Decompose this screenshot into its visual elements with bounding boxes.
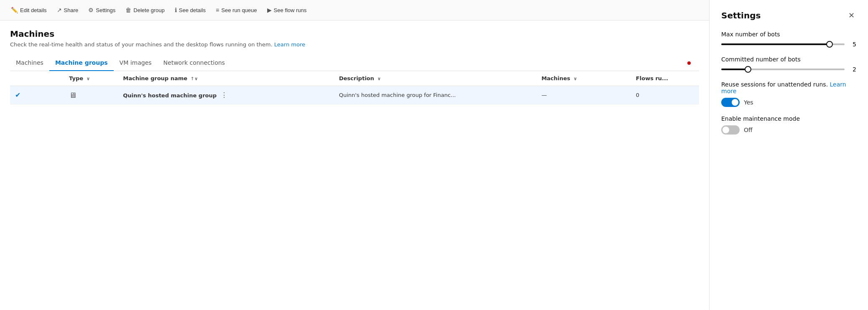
col-header-select — [10, 71, 64, 86]
max-bots-slider-row: 5 — [721, 41, 856, 48]
max-bots-value: 5 — [849, 41, 856, 48]
maintenance-label: Enable maintenance mode — [721, 115, 856, 122]
share-button[interactable]: ↗ Share — [53, 4, 83, 16]
reuse-toggle-track — [721, 98, 740, 107]
learn-more-link[interactable]: Learn more — [274, 41, 305, 48]
committed-bots-section: Committed number of bots 2 — [721, 56, 856, 73]
col-header-flows: Flows ru... — [631, 71, 699, 86]
max-bots-label: Max number of bots — [721, 31, 856, 38]
committed-bots-slider-row: 2 — [721, 66, 856, 73]
edit-details-button[interactable]: ✏️ Edit details — [7, 4, 51, 16]
row-name-cell: Quinn's hosted machine group ⋮ — [118, 86, 334, 104]
share-icon: ↗ — [57, 7, 62, 13]
tab-network-connections[interactable]: Network connections — [158, 55, 231, 71]
committed-bots-slider[interactable] — [721, 69, 845, 70]
maintenance-toggle-label: Off — [744, 127, 753, 133]
selected-check-icon: ✔ — [15, 91, 20, 99]
list-icon: ≡ — [216, 7, 219, 13]
table-header-row: Type ∨ Machine group name ↑∨ Description… — [10, 71, 699, 86]
type-sort-icon[interactable]: ∨ — [87, 76, 90, 81]
settings-close-button[interactable]: ✕ — [847, 10, 856, 21]
settings-panel: Settings ✕ Max number of bots 5 Committe… — [709, 0, 868, 310]
maintenance-toggle-track — [721, 125, 740, 135]
machine-groups-table: Type ∨ Machine group name ↑∨ Description… — [10, 71, 699, 104]
delete-group-button[interactable]: 🗑 Delete group — [121, 4, 168, 16]
edit-icon: ✏️ — [11, 7, 18, 13]
machine-group-icon: 🖥 — [69, 91, 77, 99]
tab-machine-groups[interactable]: Machine groups — [49, 55, 114, 71]
maintenance-toggle-row: Off — [721, 125, 856, 135]
tab-vm-images[interactable]: VM images — [114, 55, 158, 71]
info-icon: ℹ — [175, 7, 177, 13]
settings-panel-title: Settings — [721, 10, 761, 20]
row-type-cell: 🖥 — [64, 86, 118, 104]
maintenance-toggle-thumb — [722, 127, 729, 133]
reuse-sessions-text: Reuse sessions for unattended runs. Lear… — [721, 81, 856, 94]
col-header-description: Description ∨ — [334, 71, 536, 86]
tabs-row: Machines Machine groups VM images Networ… — [10, 55, 699, 71]
reuse-sessions-section: Reuse sessions for unattended runs. Lear… — [721, 81, 856, 107]
committed-bots-value: 2 — [849, 66, 856, 73]
toolbar: ✏️ Edit details ↗ Share ⚙ Settings 🗑 Del… — [0, 0, 709, 20]
committed-bots-label: Committed number of bots — [721, 56, 856, 63]
name-sort-icon[interactable]: ↑∨ — [191, 76, 198, 81]
row-select-cell: ✔ — [10, 86, 64, 104]
flow-runs-button[interactable]: ▶ See flow runs — [263, 4, 311, 16]
row-machines-cell: — — [536, 86, 631, 104]
row-flows-cell: 0 — [631, 86, 699, 104]
notification-dot — [687, 61, 691, 65]
settings-header: Settings ✕ — [721, 10, 856, 21]
tab-machines[interactable]: Machines — [10, 55, 49, 71]
settings-button[interactable]: ⚙ Settings — [84, 4, 120, 16]
page-subtitle: Check the real-time health and status of… — [10, 41, 699, 48]
run-queue-button[interactable]: ≡ See run queue — [212, 4, 261, 16]
reuse-toggle-label: Yes — [744, 99, 753, 106]
reuse-sessions-toggle[interactable] — [721, 98, 740, 107]
flow-icon: ▶ — [267, 7, 272, 13]
see-details-button[interactable]: ℹ See details — [171, 4, 210, 16]
col-header-name: Machine group name ↑∨ — [118, 71, 334, 86]
row-more-button[interactable]: ⋮ — [218, 90, 230, 100]
desc-sort-icon[interactable]: ∨ — [377, 76, 381, 81]
settings-icon: ⚙ — [88, 7, 94, 13]
max-bots-section: Max number of bots 5 — [721, 31, 856, 48]
main-content: ✏️ Edit details ↗ Share ⚙ Settings 🗑 Del… — [0, 0, 709, 310]
page-body: Machines Check the real-time health and … — [0, 20, 709, 310]
table-row[interactable]: ✔ 🖥 Quinn's hosted machine group ⋮ Quinn… — [10, 86, 699, 104]
maintenance-mode-toggle[interactable] — [721, 125, 740, 135]
machines-sort-icon[interactable]: ∨ — [573, 76, 577, 81]
reuse-toggle-thumb — [732, 99, 738, 106]
row-desc-cell: Quinn's hosted machine group for Financ.… — [334, 86, 536, 104]
col-header-type: Type ∨ — [64, 71, 118, 86]
col-header-machines: Machines ∨ — [536, 71, 631, 86]
page-title: Machines — [10, 29, 699, 39]
max-bots-slider[interactable] — [721, 43, 845, 45]
maintenance-section: Enable maintenance mode Off — [721, 115, 856, 135]
reuse-toggle-row: Yes — [721, 98, 856, 107]
delete-icon: 🗑 — [125, 7, 131, 13]
